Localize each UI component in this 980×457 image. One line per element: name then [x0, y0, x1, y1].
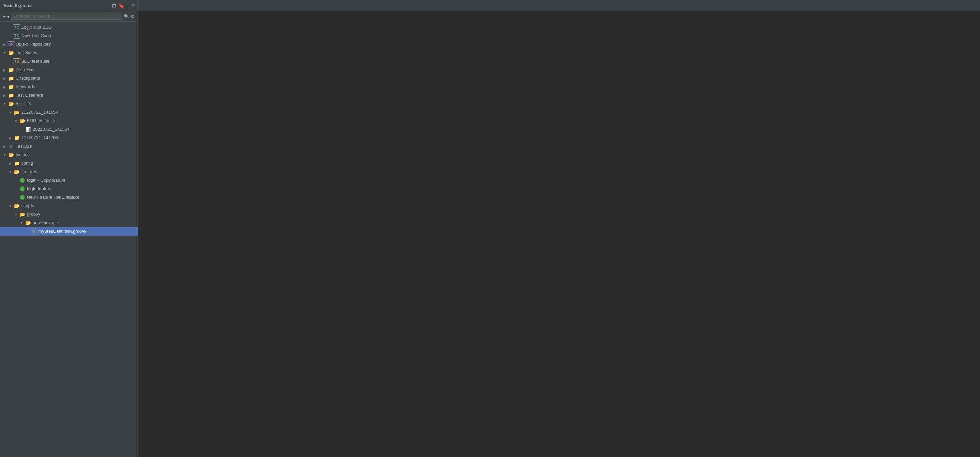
- tree-label-testops: TestOps: [16, 144, 32, 149]
- sidebar-item-checkpoints[interactable]: ▶📁Checkpoints: [0, 74, 138, 83]
- tree-label-report-20220721-141705: 20220721_141705: [21, 135, 58, 140]
- tree-icon-report-20220721-141554: 📂: [13, 109, 20, 116]
- tree-icon-login-copy-feature: [19, 177, 25, 183]
- tree-icon-object-repository: OR: [8, 41, 14, 48]
- sidebar-item-new-package[interactable]: ▼📂newPackage: [0, 218, 138, 227]
- sidebar-item-login-copy-feature[interactable]: logIn - Copy.feature: [0, 176, 138, 185]
- tree-icon-reports: 📂: [8, 100, 14, 107]
- sidebar-header: Tests Explorer ⊞ 🔖 ─ □: [0, 0, 138, 11]
- tree-icon-report-20220721-141554-inner: 📊: [25, 126, 31, 132]
- tree-icon-groovy: 📂: [19, 211, 25, 218]
- sidebar-item-login-bdd[interactable]: TCLogin with BDD: [0, 23, 138, 32]
- sidebar-item-scripts[interactable]: ▼📂scripts: [0, 202, 138, 210]
- tree-label-scripts: scripts: [21, 203, 34, 208]
- tree-label-features: features: [21, 169, 37, 174]
- tree-icon-new-package: 📂: [25, 220, 31, 226]
- tree-arrow-report-20220721-141705[interactable]: ▶: [8, 136, 13, 140]
- tree-label-data-files: Data Files: [16, 67, 35, 72]
- sidebar-item-login-feature[interactable]: logIn.feature: [0, 185, 138, 193]
- tree-label-new-package: newPackage: [33, 220, 58, 225]
- tree-arrow-new-package[interactable]: ▼: [20, 221, 25, 225]
- sidebar-item-new-test-case[interactable]: TCNew Test Case: [0, 32, 138, 40]
- tree-label-my-step-def: myStepDefinition.groovy: [38, 229, 86, 234]
- search-bar: ≡ ▾ 🔍 ⚙: [0, 11, 138, 22]
- tree-label-object-repository: Object Repository: [16, 42, 51, 47]
- tree-arrow-report-20220721-141554[interactable]: ▼: [8, 110, 13, 115]
- tree-arrow-test-listeners[interactable]: ▶: [3, 94, 8, 97]
- sidebar-maximize-icon[interactable]: □: [132, 3, 135, 8]
- tree-arrow-reports[interactable]: ▼: [3, 102, 8, 106]
- sidebar-item-data-files[interactable]: ▶📁Data Files: [0, 65, 138, 74]
- tree-arrow-test-suites[interactable]: ▼: [3, 51, 8, 55]
- sidebar-title: Tests Explorer: [3, 3, 112, 8]
- tree-icon-test-listeners: 📁: [8, 92, 14, 99]
- tree-icon-new-feature-file: [19, 194, 25, 201]
- sidebar-item-include[interactable]: ▼📂Include: [0, 151, 138, 159]
- sidebar-item-config[interactable]: ▶📁config: [0, 159, 138, 167]
- sidebar-minimize-icon[interactable]: ─: [126, 3, 130, 8]
- sidebar-item-features[interactable]: ▼📂features: [0, 167, 138, 176]
- search-icon[interactable]: 🔍: [124, 14, 129, 19]
- sidebar-item-test-listeners[interactable]: ▶📁Test Listeners: [0, 91, 138, 100]
- tree-label-checkpoints: Checkpoints: [16, 76, 40, 81]
- tree-icon-config: 📁: [13, 160, 20, 167]
- sidebar-item-new-feature-file[interactable]: New Feature File 1.feature: [0, 193, 138, 202]
- code-editor[interactable]: [138, 11, 980, 457]
- tree-label-report-bdd-suite: BDD test suite: [27, 118, 55, 123]
- search-input[interactable]: [11, 13, 122, 20]
- tree-icon-checkpoints: 📁: [8, 75, 14, 81]
- tree-arrow-include[interactable]: ▼: [3, 153, 8, 157]
- tree-label-include: Include: [16, 152, 30, 157]
- sidebar-item-my-step-def[interactable]: GmyStepDefinition.groovy: [0, 227, 138, 236]
- tree-arrow-report-bdd-suite[interactable]: ▼: [14, 119, 19, 123]
- tree-label-groovy: groovy: [27, 212, 40, 217]
- tree-arrow-config[interactable]: ▶: [8, 162, 13, 166]
- tree-icon-login-feature: [19, 186, 25, 192]
- tree-label-bdd-test-suite: BDD test suite: [21, 59, 49, 64]
- sidebar-item-report-20220721-141554[interactable]: ▼📂20220721_141554: [0, 108, 138, 116]
- tree-icon-my-step-def: G: [30, 228, 37, 234]
- tree-arrow-data-files[interactable]: ▶: [3, 68, 8, 72]
- tree-label-login-feature: logIn.feature: [27, 186, 52, 191]
- dropdown-icon[interactable]: ▾: [7, 14, 10, 19]
- tree-label-test-suites: Test Suites: [16, 50, 37, 55]
- sidebar-item-report-20220721-141554-inner[interactable]: 📊20220721_141554: [0, 125, 138, 134]
- tree-label-new-feature-file: New Feature File 1.feature: [27, 195, 80, 200]
- sidebar-item-keywords[interactable]: ▶📁Keywords: [0, 83, 138, 91]
- tree-label-config: config: [21, 161, 33, 166]
- tree-arrow-keywords[interactable]: ▶: [3, 85, 8, 89]
- tab-bar: [138, 0, 980, 11]
- tree-label-keywords: Keywords: [16, 84, 35, 89]
- tree-label-test-listeners: Test Listeners: [16, 93, 43, 98]
- tree-arrow-testops[interactable]: ▶: [3, 145, 8, 148]
- tree-label-login-bdd: Login with BDD: [21, 25, 52, 30]
- sidebar-item-test-suites[interactable]: ▼📂Test Suites: [0, 49, 138, 57]
- tree-arrow-groovy[interactable]: ▼: [14, 213, 19, 217]
- tree-icon-include: 📂: [8, 151, 14, 158]
- sidebar-item-testops[interactable]: ▶⊕TestOps: [0, 142, 138, 151]
- tree-arrow-checkpoints[interactable]: ▶: [3, 76, 8, 80]
- sidebar-item-reports[interactable]: ▼📂Reports: [0, 100, 138, 108]
- tree-icon-report-bdd-suite: 📂: [19, 118, 25, 124]
- tree-icon-keywords: 📁: [8, 84, 14, 90]
- sidebar-item-groovy[interactable]: ▼📂groovy: [0, 210, 138, 218]
- sidebar-item-report-20220721-141705[interactable]: ▶📁20220721_141705: [0, 134, 138, 142]
- tree-icon-login-bdd: TC: [13, 24, 20, 30]
- tree-label-report-20220721-141554-inner: 20220721_141554: [33, 127, 70, 132]
- tree-icon-testops: ⊕: [8, 143, 14, 150]
- sidebar-bookmark-icon[interactable]: 🔖: [118, 3, 124, 8]
- sidebar-item-object-repository[interactable]: ▶ORObject Repository: [0, 40, 138, 49]
- tree-arrow-scripts[interactable]: ▼: [8, 204, 13, 208]
- tree-icon-features: 📂: [13, 169, 20, 175]
- filter-icon[interactable]: ≡: [3, 14, 6, 19]
- tree-label-reports: Reports: [16, 101, 31, 106]
- tree-icon-test-suites: 📂: [8, 49, 14, 56]
- tree-arrow-features[interactable]: ▼: [8, 170, 13, 174]
- tree-label-report-20220721-141554: 20220721_141554: [21, 110, 58, 115]
- settings-search-icon[interactable]: ⚙: [131, 14, 135, 19]
- tree-label-new-test-case: New Test Case: [21, 33, 51, 38]
- sidebar-item-report-bdd-suite[interactable]: ▼📂BDD test suite: [0, 116, 138, 125]
- sidebar-layout-icon[interactable]: ⊞: [112, 3, 116, 8]
- tree-label-login-copy-feature: logIn - Copy.feature: [27, 178, 65, 183]
- sidebar-item-bdd-test-suite[interactable]: TSBDD test suite: [0, 57, 138, 65]
